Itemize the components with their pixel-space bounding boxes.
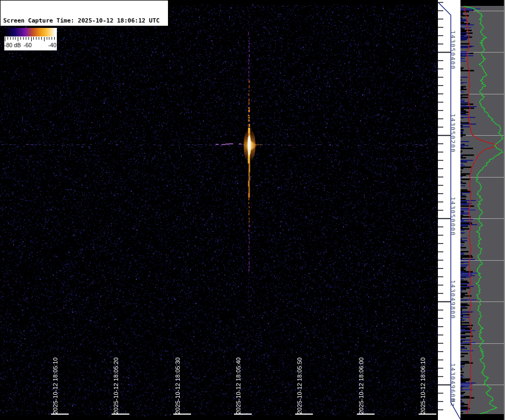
meteor-echo — [244, 126, 256, 166]
freq-tick-label: 143049800 — [449, 280, 456, 319]
time-tick-label: 2025-10-12 18:05:30 — [174, 357, 181, 414]
freq-tick-label: 143050000 — [449, 197, 456, 236]
colorbar-label-max: -40 — [48, 42, 56, 48]
freq-tick-label: 143050200 — [449, 114, 456, 153]
freq-axis-unit: Hz — [449, 399, 456, 407]
capture-info-box: Screen Capture Time: 2025-10-12 18:06:12… — [0, 0, 169, 26]
colorbar-major-ticks — [5, 37, 57, 41]
time-tick-label: 2025-10-12 18:06:10 — [420, 357, 426, 414]
colorbar-gradient — [4, 28, 57, 36]
freq-tick-label: 143049600 — [449, 363, 456, 402]
time-tick-label: 2025-10-12 18:05:50 — [296, 357, 303, 414]
time-tick-mark — [51, 414, 69, 415]
colorbar-labels: -80 dB -60 -40 — [4, 41, 57, 50]
time-tick-mark — [357, 414, 375, 415]
time-tick-mark — [112, 414, 129, 415]
freq-tick-label: 143050400 — [449, 31, 456, 70]
capture-time-text: Screen Capture Time: 2025-10-12 18:06:12… — [3, 17, 165, 25]
spectrum-panel — [460, 0, 505, 420]
config-text: Config = V8 — [3, 64, 165, 72]
colorbar-label-min: -80 dB — [4, 42, 21, 48]
time-tick-label: 2025-10-12 18:05:10 — [52, 357, 58, 414]
time-tick-label: 2025-10-12 18:05:20 — [113, 357, 119, 414]
time-tick-label: 2025-10-12 18:06:00 — [358, 357, 364, 414]
time-tick-mark — [173, 414, 191, 415]
colorbar: -80 dB -60 -40 — [4, 28, 57, 50]
screen-capture: Screen Capture Time: 2025-10-12 18:06:12… — [0, 0, 505, 420]
time-tick-mark — [295, 414, 313, 415]
time-tick-mark — [419, 414, 436, 415]
colorbar-ruler — [4, 36, 57, 41]
time-tick-label: 2025-10-12 18:05:40 — [235, 357, 241, 414]
time-tick-mark — [234, 414, 252, 415]
colorbar-label-mid: -60 — [24, 42, 32, 48]
